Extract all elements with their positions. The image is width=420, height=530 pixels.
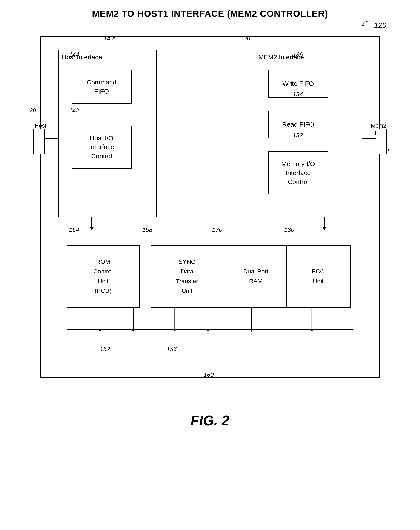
ecc-unit-label: ECCUnit bbox=[312, 267, 325, 286]
diagram-wrapper: Host Interface CommandFIFO Host I/OInter… bbox=[27, 23, 393, 399]
host-interface-box: Host Interface CommandFIFO Host I/OInter… bbox=[58, 50, 157, 217]
rom-pcu-box: ROMControlUnit(PCU) bbox=[67, 245, 140, 308]
command-fifo-label: CommandFIFO bbox=[87, 78, 116, 96]
page-container: MEM2 TO HOST1 INTERFACE (MEM2 CONTROLLER… bbox=[0, 0, 420, 530]
sync-dtu-box: SYNCDataTransferUnit bbox=[150, 245, 224, 308]
ref-156: 156 bbox=[167, 346, 177, 353]
mem2-io-block bbox=[376, 129, 387, 154]
ref-140: 140' bbox=[104, 35, 115, 42]
read-fifo-label: Read FIFO bbox=[282, 120, 314, 129]
ref-180: 180 bbox=[284, 226, 294, 233]
mem-io-control-label: Memory I/OInterfaceControl bbox=[281, 159, 315, 186]
write-fifo-label: Write FIFO bbox=[282, 79, 314, 88]
host-io-control-box: Host I/OInterfaceControl bbox=[72, 126, 132, 169]
svg-marker-10 bbox=[98, 329, 102, 332]
ref-154: 154 bbox=[69, 226, 79, 233]
svg-marker-19 bbox=[206, 329, 210, 332]
fig-label: FIG. 2 bbox=[191, 412, 229, 428]
svg-marker-25 bbox=[310, 329, 314, 332]
ref-20: 20" bbox=[30, 107, 38, 114]
svg-marker-16 bbox=[173, 329, 177, 332]
sync-dtu-label: SYNCDataTransferUnit bbox=[176, 257, 198, 296]
ref-142: 142 bbox=[69, 107, 79, 114]
ref-170: 170 bbox=[212, 226, 222, 233]
ref-158: 158 bbox=[142, 226, 152, 233]
rom-pcu-label: ROMControlUnit(PCU) bbox=[93, 257, 113, 296]
host-interface-label: Host Interface bbox=[62, 54, 102, 61]
svg-marker-6 bbox=[322, 227, 326, 230]
svg-marker-13 bbox=[131, 329, 135, 332]
dual-port-ram-label: Dual PortRAM bbox=[243, 267, 268, 286]
host-io-block bbox=[33, 129, 45, 154]
host-io-control-label: Host I/OInterfaceControl bbox=[89, 133, 114, 161]
ecc-unit-box: ECCUnit bbox=[286, 245, 351, 308]
dual-port-ram-box: Dual PortRAM bbox=[222, 245, 290, 308]
mem-io-control-box: Memory I/OInterfaceControl bbox=[268, 151, 328, 194]
svg-marker-22 bbox=[249, 329, 254, 332]
ref-130: 130' bbox=[240, 35, 251, 42]
main-title: MEM2 TO HOST1 INTERFACE (MEM2 CONTROLLER… bbox=[92, 9, 328, 19]
mem2-interface-box: MEM2 Interface Write FIFO Read FIFO Memo… bbox=[255, 50, 362, 217]
outer-box: Host Interface CommandFIFO Host I/OInter… bbox=[40, 36, 380, 378]
ref-134: 134 bbox=[293, 91, 303, 98]
svg-marker-3 bbox=[90, 227, 93, 230]
ref-144: 144 bbox=[69, 51, 79, 58]
ref-160: 160 bbox=[204, 371, 214, 378]
ref-132: 132 bbox=[293, 132, 303, 139]
command-fifo-box: CommandFIFO bbox=[72, 70, 132, 104]
ref-152: 152 bbox=[100, 346, 110, 353]
ref-136: 136 bbox=[293, 51, 303, 58]
